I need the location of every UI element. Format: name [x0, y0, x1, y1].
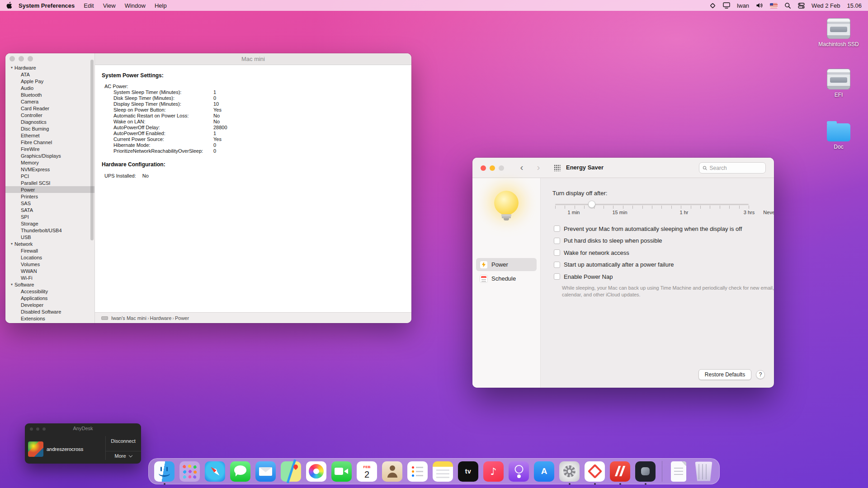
sidebar-item-ata[interactable]: ATA — [5, 71, 94, 78]
energy-sidebar-power[interactable]: Power — [476, 258, 537, 271]
desktop-icon-doc[interactable]: Doc — [817, 120, 860, 150]
sidebar-item-spi[interactable]: SPI — [5, 213, 94, 220]
checkbox-put-hard-disks-to-sleep-when-pos[interactable] — [554, 238, 560, 244]
dock-app-store-icon[interactable]: A — [534, 461, 554, 482]
disconnect-button[interactable]: Disconnect — [105, 438, 141, 444]
dock-photos-icon[interactable] — [306, 461, 326, 482]
checkbox-start-up-automatically-after-a-p[interactable] — [554, 262, 560, 268]
menu-date[interactable]: Wed 2 Feb — [811, 2, 840, 9]
dock-reminders-icon[interactable] — [407, 461, 428, 482]
sidebar-item-usb[interactable]: USB — [5, 234, 94, 240]
sidebar-item-disabled-software[interactable]: Disabled Software — [5, 308, 94, 315]
sidebar-item-bluetooth[interactable]: Bluetooth — [5, 91, 94, 98]
volume-icon[interactable] — [756, 2, 763, 9]
dock-launchpad-icon[interactable] — [179, 461, 200, 482]
dock-finder-icon[interactable] — [154, 461, 175, 482]
more-button[interactable]: More — [105, 453, 141, 459]
keyboard-flag-icon[interactable] — [770, 3, 778, 8]
zoom-button[interactable] — [28, 56, 33, 61]
checkbox-enable-power-nap[interactable] — [554, 273, 560, 280]
desktop-icon-efi[interactable]: EFI — [817, 69, 860, 98]
minimize-button[interactable] — [490, 165, 495, 171]
sidebar-item-controller[interactable]: Controller — [5, 112, 94, 118]
sidebar-item-power[interactable]: Power — [5, 186, 94, 193]
display-off-slider[interactable] — [555, 201, 749, 210]
sidebar-item-storage[interactable]: Storage — [5, 220, 94, 227]
dock-tv-icon[interactable]: tv — [458, 461, 478, 482]
sidebar-item-applications[interactable]: Applications — [5, 295, 94, 301]
sidebar-item-fibre-channel[interactable]: Fibre Channel — [5, 139, 94, 145]
slider-thumb[interactable] — [588, 201, 595, 208]
sidebar-item-developer[interactable]: Developer — [5, 301, 94, 308]
dock-dark-app-icon[interactable] — [635, 461, 656, 482]
sidebar-item-graphics-displays[interactable]: Graphics/Displays — [5, 152, 94, 159]
drive-icon[interactable] — [827, 69, 850, 89]
menu-edit[interactable]: Edit — [79, 2, 98, 9]
minimize-button[interactable] — [19, 56, 24, 61]
sidebar-item-firewire[interactable]: FireWire — [5, 145, 94, 152]
sidebar-item-accessibility[interactable]: Accessibility — [5, 288, 94, 295]
back-button[interactable]: ‹ — [517, 161, 527, 173]
control-center-icon[interactable] — [798, 2, 805, 9]
sidebar-item-pci[interactable]: PCI — [5, 173, 94, 179]
breadcrumb-hardware[interactable]: Hardware — [150, 315, 172, 321]
menu-view[interactable]: View — [99, 2, 120, 9]
sidebar-item-sata[interactable]: SATA — [5, 206, 94, 213]
sidebar-item-volumes[interactable]: Volumes — [5, 261, 94, 267]
dock-red-app-icon[interactable] — [610, 461, 630, 482]
anydesk-status-icon[interactable] — [709, 2, 716, 9]
energy-titlebar[interactable]: ‹ › Energy Saver — [472, 158, 774, 178]
dock-messages-icon[interactable] — [230, 461, 250, 482]
search-input[interactable] — [710, 165, 762, 171]
energy-sidebar-schedule[interactable]: Schedule — [476, 272, 537, 285]
dock-mail-icon[interactable] — [255, 461, 276, 482]
sidebar-item-camera[interactable]: Camera — [5, 98, 94, 105]
dock-contacts-icon[interactable] — [382, 461, 402, 482]
checkbox-prevent-your-mac-from-automatica[interactable] — [554, 225, 560, 232]
menu-window[interactable]: Window — [120, 2, 150, 9]
breadcrumb-iwan-s-mac-mini[interactable]: Iwan's Mac mini — [111, 315, 146, 321]
sidebar-item-card-reader[interactable]: Card Reader — [5, 105, 94, 112]
sidebar-item-locations[interactable]: Locations — [5, 254, 94, 261]
dock-safari-icon[interactable] — [205, 461, 225, 482]
spotlight-icon[interactable] — [784, 2, 791, 9]
close-button[interactable] — [9, 56, 15, 61]
sidebar-item-printers[interactable]: Printers — [5, 193, 94, 200]
sidebar-item-nvmexpress[interactable]: NVMExpress — [5, 166, 94, 173]
sidebar-item-parallel-scsi[interactable]: Parallel SCSI — [5, 179, 94, 186]
close-button[interactable] — [481, 165, 486, 171]
dock-anydesk-icon[interactable] — [585, 461, 605, 482]
sidebar-group-network[interactable]: ▾Network — [5, 240, 94, 247]
sidebar-item-sas[interactable]: SAS — [5, 200, 94, 206]
sidebar-item-thunderbolt-usb4[interactable]: Thunderbolt/USB4 — [5, 227, 94, 234]
sidebar-item-wwan[interactable]: WWAN — [5, 267, 94, 274]
desktop-icon-machintosh-ssd[interactable]: Machintosh SSD — [817, 18, 860, 47]
sidebar-scrollbar[interactable] — [90, 60, 94, 240]
window-titlebar[interactable]: Mac mini — [95, 53, 411, 65]
sidebar-group-software[interactable]: ▾Software — [5, 281, 94, 288]
sidebar-item-disc-burning[interactable]: Disc Burning — [5, 125, 94, 132]
restore-defaults-button[interactable]: Restore Defaults — [698, 369, 751, 380]
sidebar-item-wi-fi[interactable]: Wi-Fi — [5, 274, 94, 281]
sidebar-item-apple-pay[interactable]: Apple Pay — [5, 78, 94, 84]
help-button[interactable]: ? — [756, 370, 765, 379]
dock-document-icon[interactable] — [671, 461, 686, 482]
apple-menu-icon[interactable] — [6, 2, 12, 9]
folder-icon[interactable] — [827, 123, 850, 141]
menu-help[interactable]: Help — [150, 2, 171, 9]
dock-calendar-icon[interactable]: FEB2 — [357, 461, 377, 482]
zoom-button[interactable] — [499, 165, 504, 171]
dock-music-icon[interactable]: ♪ — [483, 461, 504, 482]
forward-button[interactable]: › — [533, 161, 543, 173]
menu-app-name[interactable]: System Preferences — [14, 2, 79, 9]
dock-facetime-icon[interactable] — [331, 461, 352, 482]
sidebar-item-firewall[interactable]: Firewall — [5, 247, 94, 254]
dock-system-preferences-icon[interactable] — [559, 461, 580, 482]
breadcrumb-power[interactable]: Power — [175, 315, 189, 321]
sidebar-item-audio[interactable]: Audio — [5, 84, 94, 91]
menu-time[interactable]: 15.06 — [847, 2, 862, 9]
drive-icon[interactable] — [827, 18, 850, 39]
show-all-icon[interactable] — [554, 164, 561, 171]
search-field[interactable] — [699, 162, 766, 174]
sidebar-item-diagnostics[interactable]: Diagnostics — [5, 118, 94, 125]
